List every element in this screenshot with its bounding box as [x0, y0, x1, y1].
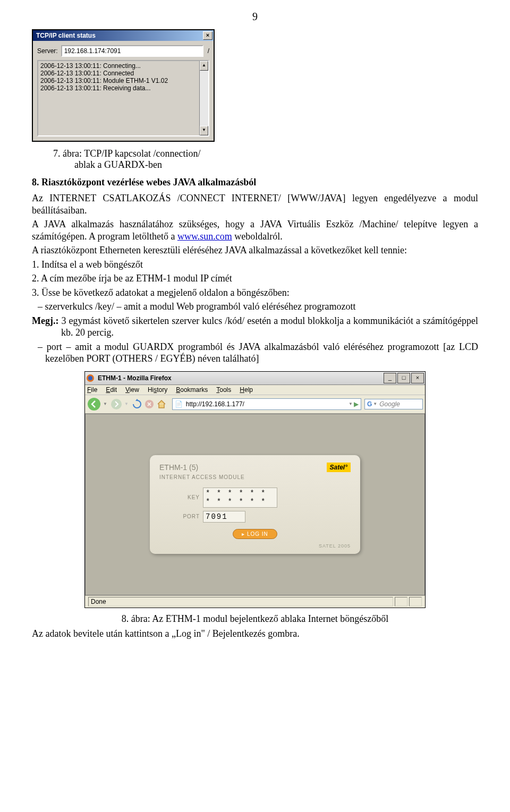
- address-bar[interactable]: 📄 ▼ ▶: [172, 398, 361, 410]
- paragraph: A riasztóközpont Etherneten keresztüli e…: [32, 244, 478, 257]
- home-icon[interactable]: [156, 399, 167, 409]
- firefox-title: ETHM-1 - Mozilla Firefox: [98, 374, 382, 382]
- svg-point-1: [88, 376, 92, 380]
- server-label: Server:: [37, 47, 58, 55]
- dash-item: – szerverkulcs /key/ – amit a modul Web …: [45, 301, 478, 313]
- key-label: KEY: [175, 494, 200, 500]
- step: 2. A cím mezőbe írja be az ETHM-1 modul …: [32, 272, 478, 285]
- chevron-down-icon[interactable]: ▼: [103, 401, 107, 406]
- login-button[interactable]: ▸ LOG IN: [233, 529, 277, 539]
- menu-history[interactable]: History: [148, 386, 167, 394]
- separator: /: [208, 47, 209, 55]
- page-content: ETHM-1 (5) Satel° INTERNET ACCESS MODULE…: [85, 414, 425, 595]
- text: weboldalról.: [232, 231, 283, 242]
- firefox-titlebar: ETHM-1 - Mozilla Firefox _ □ ×: [85, 372, 425, 385]
- note-text: 3 egymást követő sikertelen szerver kulc…: [58, 315, 478, 338]
- paragraph: Az INTERNET CSATLAKOZÁS /CONNECT INTERNE…: [32, 192, 478, 216]
- search-placeholder: Google: [379, 400, 400, 408]
- satel-logo: Satel°: [327, 463, 351, 472]
- search-box[interactable]: G ▼ Google: [364, 399, 423, 409]
- url-input[interactable]: [185, 400, 347, 408]
- log-line: 2006-12-13 13:00:11: Module ETHM-1 V1.02: [40, 77, 197, 84]
- chevron-down-icon[interactable]: ▼: [373, 401, 377, 406]
- note-label: Megj.:: [32, 315, 58, 326]
- paragraph: Az adatok bevitele után kattintson a „Lo…: [32, 628, 478, 640]
- menu-edit[interactable]: Edit: [106, 386, 117, 394]
- window-title: TCP/IP client status: [36, 32, 203, 39]
- status-box: [395, 597, 407, 606]
- close-icon[interactable]: ×: [203, 31, 212, 40]
- scroll-down-icon[interactable]: ▼: [200, 126, 208, 135]
- menu-file[interactable]: File: [87, 386, 97, 394]
- page-icon: 📄: [175, 400, 183, 408]
- log-line: 2006-12-13 13:00:11: Connecting...: [40, 62, 197, 70]
- key-field[interactable]: * * * * * * * * * * * *: [203, 488, 277, 508]
- port-label: PORT: [175, 514, 200, 519]
- panel-subtitle: INTERNET ACCESS MODULE: [159, 474, 351, 480]
- status-box: [409, 597, 422, 606]
- firefox-menubar: File Edit View History Bookmarks Tools H…: [85, 385, 425, 395]
- google-icon: G: [367, 400, 372, 408]
- dash-item: – port – amit a modul GUARDX programból …: [45, 341, 478, 365]
- go-icon[interactable]: ▶: [354, 400, 359, 408]
- caption-line: 7. ábra: TCP/IP kapcsolat /connection/: [53, 148, 478, 159]
- caption-line: ablak a GUARDX-ben: [74, 159, 478, 170]
- menu-help[interactable]: Help: [240, 386, 253, 394]
- close-icon[interactable]: ×: [411, 373, 424, 383]
- panel-title: ETHM-1 (5): [159, 463, 198, 472]
- menu-view[interactable]: View: [125, 386, 139, 394]
- reload-icon[interactable]: [132, 399, 142, 409]
- log-box: 2006-12-13 13:00:11: Connecting... 2006-…: [37, 60, 209, 136]
- log-line: 2006-12-13 13:00:11: Connected: [40, 70, 197, 77]
- titlebar: TCP/IP client status ×: [33, 30, 214, 41]
- firefox-toolbar: ▼ ▼ 📄 ▼ ▶ G ▼ Google: [85, 395, 425, 414]
- scrollbar[interactable]: ▲ ▼: [199, 61, 208, 135]
- chevron-down-icon: ▼: [124, 401, 129, 406]
- firefox-window: ETHM-1 - Mozilla Firefox _ □ × File Edit…: [84, 371, 426, 608]
- log-line: 2006-12-13 13:00:11: Receiving data...: [40, 84, 197, 92]
- status-text: Done: [88, 597, 393, 606]
- firefox-statusbar: Done: [85, 595, 425, 608]
- page-number: 9: [32, 11, 478, 23]
- paragraph: A JAVA alkalmazás használatához szüksége…: [32, 218, 478, 242]
- figure-tcpip-window: TCP/IP client status × Server: 192.168.1…: [32, 29, 478, 142]
- step: 1. Indítsa el a web böngészőt: [32, 259, 478, 271]
- figure1-caption: 7. ábra: TCP/IP kapcsolat /connection/ a…: [53, 148, 478, 170]
- note: Megj.: 3 egymást követő sikertelen szerv…: [61, 315, 478, 339]
- menu-tools[interactable]: Tools: [216, 386, 231, 394]
- back-icon[interactable]: [87, 397, 101, 411]
- section-heading: 8. Riasztóközpont vezérlése webes JAVA a…: [32, 177, 478, 188]
- tcpip-dialog: TCP/IP client status × Server: 192.168.1…: [32, 29, 215, 142]
- figure-firefox: ETHM-1 - Mozilla Firefox _ □ × File Edit…: [32, 371, 478, 608]
- svg-point-2: [88, 398, 100, 411]
- minimize-icon[interactable]: _: [384, 373, 396, 383]
- forward-icon[interactable]: [110, 398, 122, 410]
- panel-footer: SATEL 2005: [159, 543, 351, 549]
- port-field[interactable]: 7091: [203, 511, 245, 523]
- link-sun[interactable]: www.sun.com: [177, 231, 232, 242]
- firefox-icon: [86, 374, 95, 382]
- figure2-caption: 8. ábra: Az ETHM-1 modul bejelentkező ab…: [32, 613, 478, 625]
- chevron-down-icon[interactable]: ▼: [348, 401, 353, 406]
- maximize-icon[interactable]: □: [397, 373, 410, 383]
- stop-icon[interactable]: [144, 399, 154, 409]
- login-panel: ETHM-1 (5) Satel° INTERNET ACCESS MODULE…: [150, 455, 360, 554]
- svg-point-3: [111, 399, 122, 409]
- server-input[interactable]: 192.168.1.174:7091: [61, 45, 203, 57]
- scroll-up-icon[interactable]: ▲: [200, 61, 208, 71]
- step: 3. Üsse be következő adatokat a megjelen…: [32, 287, 478, 299]
- menu-bookmarks[interactable]: Bookmarks: [176, 386, 208, 394]
